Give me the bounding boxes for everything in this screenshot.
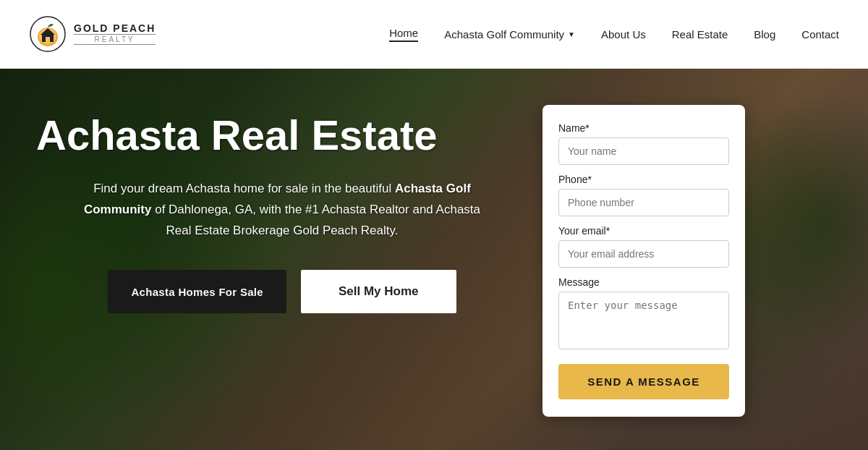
achasta-homes-button[interactable]: Achasta Homes For Sale [108,270,286,313]
hero-section: Achasta Real Estate Find your dream Acha… [0,69,868,450]
nav-item-blog[interactable]: Blog [754,28,775,41]
name-label: Name* [558,122,729,134]
email-input[interactable] [558,240,729,268]
name-field-group: Name* [558,122,729,165]
chevron-down-icon: ▼ [568,30,575,38]
sell-my-home-button[interactable]: Sell My Home [301,270,456,313]
nav-item-real-estate[interactable]: Real Estate [672,28,728,41]
logo[interactable]: GOLD PEACH REALTY [29,15,174,53]
contact-form-card: Name* Phone* Your email* Message SEND A … [542,105,745,417]
phone-label: Phone* [558,174,729,185]
nav-item-home[interactable]: Home [389,27,418,42]
email-field-group: Your email* [558,225,729,268]
hero-left-panel: Achasta Real Estate Find your dream Acha… [36,98,528,313]
phone-input[interactable] [558,189,729,216]
phone-field-group: Phone* [558,174,729,216]
email-label: Your email* [558,225,729,237]
message-input[interactable] [558,292,729,349]
send-message-button[interactable]: SEND A MESSAGE [558,364,729,399]
logo-text: GOLD PEACH REALTY [74,23,156,45]
hero-subtitle-part2: of Dahlonega, GA, with the #1 Achasta Re… [151,203,480,237]
site-header: GOLD PEACH REALTY Home Achasta Golf Comm… [0,0,868,69]
svg-rect-5 [46,37,50,42]
logo-realty-label: REALTY [74,34,156,45]
nav-item-contact[interactable]: Contact [801,28,839,41]
nav-item-achasta-golf[interactable]: Achasta Golf Community ▼ [444,28,575,41]
main-nav: Home Achasta Golf Community ▼ About Us R… [389,27,839,42]
hero-subtitle: Find your dream Achasta home for sale in… [80,179,485,242]
message-field-group: Message [558,276,729,352]
logo-brand-name: GOLD PEACH [74,23,156,34]
hero-title: Achasta Real Estate [36,112,528,158]
hero-subtitle-part1: Find your dream Achasta home for sale in… [93,182,395,195]
nav-item-about-us[interactable]: About Us [601,28,646,41]
hero-buttons: Achasta Homes For Sale Sell My Home [36,270,528,313]
message-label: Message [558,276,729,288]
logo-icon [29,15,67,53]
hero-content: Achasta Real Estate Find your dream Acha… [0,69,868,450]
name-input[interactable] [558,137,729,165]
